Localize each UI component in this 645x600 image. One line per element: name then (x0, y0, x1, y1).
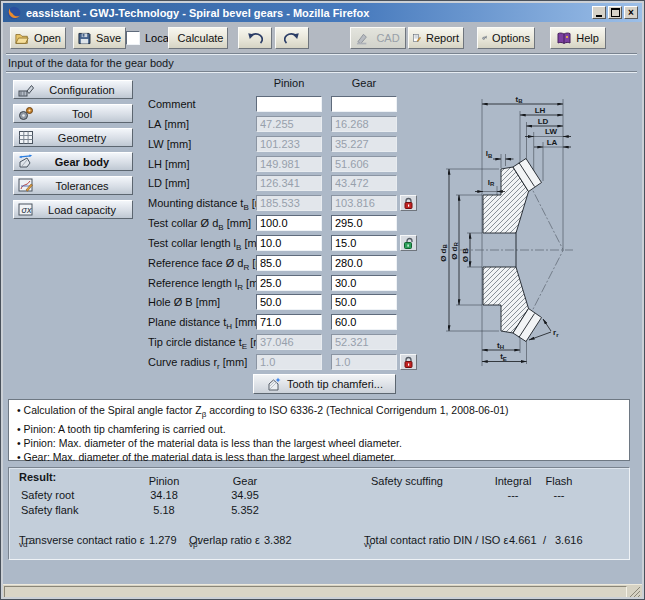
hole-diameter-pinion-input[interactable] (256, 294, 322, 310)
open-folder-icon (15, 32, 29, 45)
redo-icon (284, 32, 300, 45)
save-button[interactable]: Save (73, 27, 126, 49)
gears-icon (17, 106, 35, 121)
la-pinion-input (256, 116, 322, 132)
calculate-button[interactable]: Calculate (168, 27, 228, 49)
safety-flank-gear-value: 5.352 (215, 504, 275, 516)
maximize-button[interactable] (608, 6, 622, 19)
plane-distance-pinion-input[interactable] (256, 314, 322, 330)
lock-open-icon[interactable] (400, 235, 417, 251)
minimize-button[interactable] (592, 6, 606, 19)
form-row-test-collar-length: Test collar length lB [mm] (148, 235, 423, 253)
status-bar (3, 584, 642, 598)
form-row-la: LA [mm] (148, 116, 423, 134)
transverse-contact-ratio-label: Transverse contact ratio εvα: (19, 534, 28, 549)
sidebar-item-label: Gear body (35, 156, 129, 168)
sidebar-item-tolerances[interactable]: Tolerances (13, 176, 133, 195)
lock-closed-icon[interactable] (400, 354, 417, 370)
dim-label-rr: rr (553, 328, 559, 338)
form-row-reference-face-diameter: Reference face Ø dR [mm] (148, 255, 423, 273)
field-label: Reference length lR [mm] (148, 277, 271, 292)
undo-icon (247, 32, 263, 45)
reference-face-pinion-input[interactable] (256, 255, 322, 271)
comment-pinion-input[interactable] (256, 96, 322, 112)
undo-button[interactable] (238, 27, 272, 49)
options-button[interactable]: Options (477, 27, 535, 49)
overlap-ratio-label: Overlap ratio εvβ: (189, 534, 198, 549)
field-label: Curve radius rr [mm] (148, 356, 247, 371)
dim-label-LH: LH (535, 106, 546, 115)
redo-button[interactable] (275, 27, 309, 49)
section-header: Input of the data for the gear body (8, 57, 174, 69)
sidebar-item-configuration[interactable]: Configuration (13, 80, 133, 99)
titlebar: eassistant - GWJ-Technology - Spiral bev… (3, 3, 642, 22)
test-collar-diameter-pinion-input[interactable] (256, 215, 322, 231)
test-collar-length-gear-input[interactable] (331, 235, 397, 251)
plane-distance-gear-input[interactable] (331, 314, 397, 330)
close-button[interactable]: × (624, 6, 638, 19)
lw-gear-input (331, 136, 397, 152)
dim-label-tH: tH (497, 341, 504, 351)
total-contact-ratio-separator: / (543, 534, 546, 546)
note-line: • Gear: Max. diameter of the material da… (17, 451, 396, 466)
sidebar-item-label: Configuration (35, 84, 129, 96)
total-contact-ratio-value-iso: 3.616 (555, 534, 583, 546)
reference-length-gear-input[interactable] (331, 275, 397, 291)
gear-column-header: Gear (331, 77, 397, 89)
cad-icon (356, 32, 371, 45)
sigma-icon: σx (17, 202, 35, 217)
dim-label-tB: tB (515, 95, 523, 105)
form-row-lh: LH [mm] (148, 156, 423, 174)
options-label: Options (492, 32, 530, 44)
curve-radius-pinion-input (256, 354, 322, 370)
sidebar-item-gear-body[interactable]: Gear body (13, 152, 133, 171)
overlap-ratio-value: 3.382 (264, 534, 292, 546)
field-label: LD [mm] (148, 177, 190, 192)
dim-label-tE: tE (500, 352, 507, 362)
results-gear-header: Gear (215, 475, 275, 487)
comment-gear-input[interactable] (331, 96, 397, 112)
open-button[interactable]: Open (10, 27, 66, 49)
results-title: Result: (19, 471, 56, 483)
report-label: Report (426, 32, 459, 44)
dim-label-B: Ø B (461, 248, 470, 262)
local-checkbox[interactable] (126, 31, 140, 45)
chamfer-button-label: Tooth tip chamferi... (287, 378, 383, 390)
results-flash-header: Flash (539, 475, 579, 487)
ld-gear-input (331, 175, 397, 191)
sidebar-item-tool[interactable]: Tool (13, 104, 133, 123)
options-gear-wrench-icon (482, 31, 487, 45)
tooth-tip-chamfering-button[interactable]: Tooth tip chamferi... (253, 374, 396, 394)
report-document-icon (413, 31, 421, 45)
dim-label-lB: lB (486, 149, 493, 159)
reference-length-pinion-input[interactable] (256, 275, 322, 291)
sidebar-item-load-capacity[interactable]: σx Load capacity (13, 200, 133, 219)
form-row-ld: LD [mm] (148, 175, 423, 193)
dim-label-lR: lR (488, 178, 495, 188)
report-button[interactable]: Report (408, 27, 464, 49)
dim-label-LA: LA (547, 138, 558, 147)
calculate-label: Calculate (178, 32, 224, 44)
cad-button: CAD (350, 27, 406, 49)
field-label: LW [mm] (148, 138, 191, 153)
chamfer-icon (266, 377, 281, 392)
note-line: • Pinion: A tooth tip chamfering is carr… (17, 423, 226, 438)
safety-root-flash-value: --- (539, 489, 579, 501)
sidebar-item-geometry[interactable]: Geometry (13, 128, 133, 147)
hole-diameter-gear-input[interactable] (331, 294, 397, 310)
results-scuffing-header: Safety scuffing (371, 475, 443, 487)
maximize-icon (611, 8, 620, 17)
test-collar-diameter-gear-input[interactable] (331, 215, 397, 231)
field-label: Plane distance tH [mm] (148, 316, 260, 331)
lock-closed-icon[interactable] (400, 195, 417, 211)
field-label: Comment (148, 98, 196, 113)
resize-grip-icon[interactable] (628, 586, 640, 597)
reference-face-gear-input[interactable] (331, 255, 397, 271)
results-pinion-header: Pinion (134, 475, 194, 487)
mounting-distance-gear-input (331, 195, 397, 211)
help-label: Help (576, 32, 599, 44)
test-collar-length-pinion-input[interactable] (256, 235, 322, 251)
svg-text:σx: σx (22, 205, 32, 215)
help-button[interactable]: Help (550, 27, 606, 49)
safety-root-label: Safety root (21, 489, 74, 501)
